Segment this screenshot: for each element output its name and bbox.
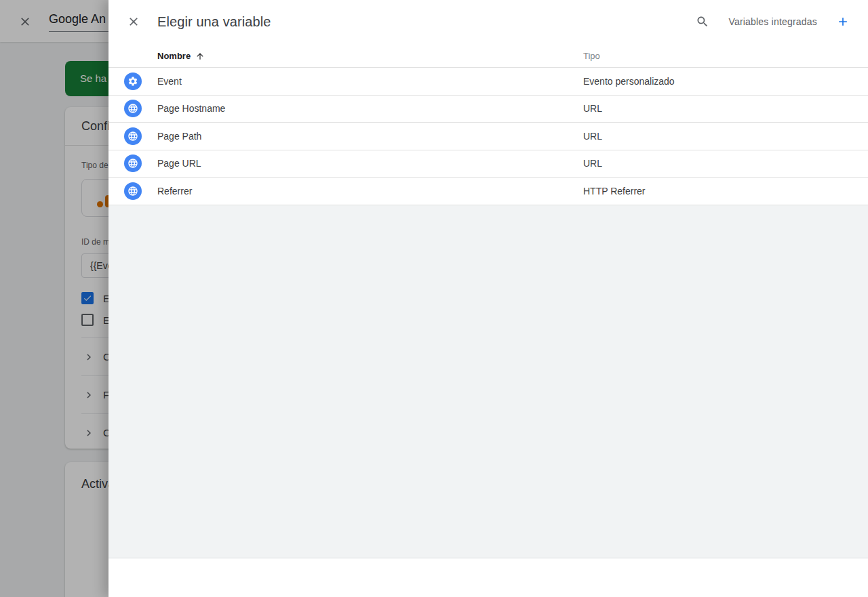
search-icon	[696, 15, 709, 28]
builtin-variables-button[interactable]: Variables integradas	[728, 12, 817, 31]
close-button[interactable]	[127, 15, 140, 28]
variable-name: Event	[157, 76, 182, 87]
variable-name: Referrer	[157, 186, 192, 197]
list-empty-area	[108, 205, 868, 558]
variable-list: EventEvento personalizadoPage HostnameUR…	[108, 68, 868, 205]
variable-picker-dialog: Elegir una variable Variables integradas…	[108, 0, 868, 597]
plus-icon	[836, 15, 850, 28]
dialog-title: Elegir una variable	[157, 14, 271, 30]
add-variable-button[interactable]	[836, 15, 850, 28]
column-name-label: Nombre	[157, 51, 191, 61]
variable-type: Evento personalizado	[583, 76, 675, 87]
dialog-footer	[108, 558, 868, 597]
variable-type: URL	[583, 103, 602, 114]
screen: Google An Se ha Confi Tipo de ID de m {{…	[0, 0, 868, 597]
globe-icon	[124, 100, 142, 117]
variable-row[interactable]: ReferrerHTTP Referrer	[108, 178, 868, 205]
close-icon	[127, 15, 140, 28]
variable-row[interactable]: Page PathURL	[108, 123, 868, 150]
variable-row[interactable]: EventEvento personalizado	[108, 68, 868, 96]
search-button[interactable]	[696, 15, 709, 28]
column-header-name[interactable]: Nombre	[157, 51, 205, 61]
variable-name: Page Hostname	[157, 103, 225, 114]
column-header-type[interactable]: Tipo	[583, 51, 600, 61]
variable-name: Page Path	[157, 131, 201, 142]
gear-icon	[124, 73, 142, 90]
variable-type: URL	[583, 131, 602, 142]
globe-icon	[124, 127, 142, 145]
globe-icon	[124, 155, 142, 172]
sort-ascending-icon	[195, 52, 205, 61]
variable-row[interactable]: Page URLURL	[108, 150, 868, 178]
globe-icon	[124, 182, 142, 200]
dialog-header: Elegir una variable Variables integradas	[108, 0, 868, 43]
variable-type: HTTP Referrer	[583, 186, 646, 197]
table-header: Nombre Tipo	[108, 43, 868, 68]
variable-row[interactable]: Page HostnameURL	[108, 96, 868, 123]
variable-type: URL	[583, 158, 602, 169]
variable-name: Page URL	[157, 158, 201, 169]
